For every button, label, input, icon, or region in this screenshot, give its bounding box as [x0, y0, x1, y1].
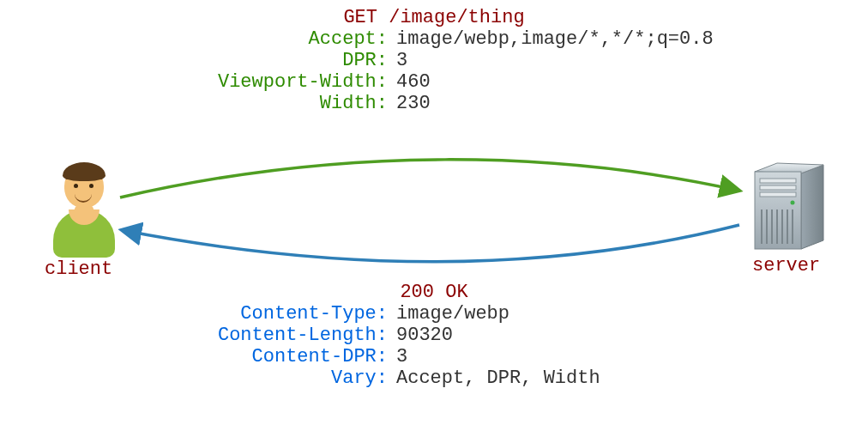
http-request-block: GET /image/thing Accept: image/webp,imag… [0, 7, 868, 114]
request-header-key: Accept: [0, 28, 391, 50]
request-header-key: DPR: [0, 50, 391, 71]
client-label: client [45, 258, 112, 280]
svg-marker-0 [801, 165, 823, 249]
svg-rect-5 [760, 192, 796, 197]
request-arrow [120, 160, 739, 197]
server-icon [750, 161, 829, 254]
http-response-block: 200 OK Content-Type: image/webp Content-… [0, 282, 868, 389]
request-line: GET /image/thing [0, 7, 868, 28]
server-label: server [752, 255, 820, 276]
client-avatar-icon [53, 165, 115, 255]
response-header-key: Content-DPR: [0, 346, 391, 367]
response-header-row: Content-Length: 90320 [0, 325, 868, 346]
request-header-value: 230 [391, 93, 868, 114]
request-header-row: Accept: image/webp,image/*,*/*;q=0.8 [0, 28, 868, 50]
response-header-value: Accept, DPR, Width [391, 367, 868, 389]
request-header-value: 460 [391, 71, 868, 93]
response-header-row: Vary: Accept, DPR, Width [0, 367, 868, 389]
svg-rect-3 [760, 179, 796, 183]
status-line: 200 OK [0, 282, 868, 303]
response-header-value: 3 [391, 346, 868, 367]
response-arrow [122, 225, 739, 262]
response-header-value: 90320 [391, 325, 868, 346]
request-header-value: image/webp,image/*,*/*;q=0.8 [391, 28, 868, 50]
request-header-row: DPR: 3 [0, 50, 868, 71]
request-header-key: Width: [0, 93, 391, 114]
svg-rect-4 [760, 185, 796, 190]
request-header-value: 3 [391, 50, 868, 71]
response-header-value: image/webp [391, 303, 868, 325]
request-header-row: Width: 230 [0, 93, 868, 114]
svg-point-13 [791, 201, 795, 205]
response-header-row: Content-Type: image/webp [0, 303, 868, 325]
request-header-row: Viewport-Width: 460 [0, 71, 868, 93]
request-header-key: Viewport-Width: [0, 71, 391, 93]
response-header-key: Content-Length: [0, 325, 391, 346]
response-header-key: Vary: [0, 367, 391, 389]
response-header-row: Content-DPR: 3 [0, 346, 868, 367]
response-header-key: Content-Type: [0, 303, 391, 325]
